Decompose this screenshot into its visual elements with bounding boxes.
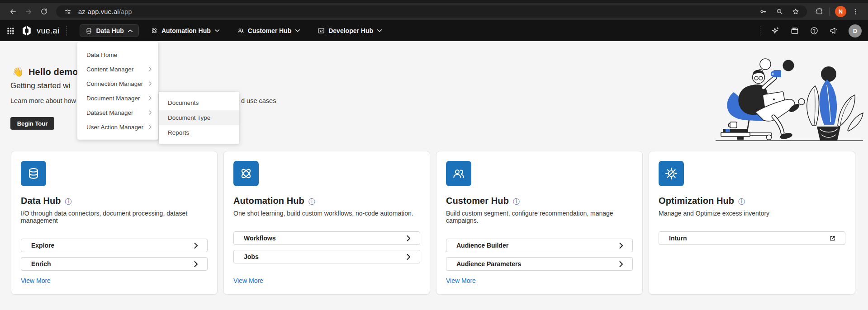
nav-menu-label: Data Hub: [96, 27, 123, 34]
menu-item-user-action-manager[interactable]: User Action Manager: [77, 120, 158, 134]
chevron-right-icon: [619, 243, 623, 249]
menu-item-label: User Action Manager: [86, 124, 143, 131]
hub-cards: Data Hub ⓘ I/O through data connectors, …: [0, 151, 868, 295]
menu-item-label: Data Home: [86, 52, 117, 58]
nav-menu-automation-hub[interactable]: Automation Hub: [145, 24, 225, 37]
menu-item-label: Document Manager: [86, 95, 140, 102]
action-label: Workflows: [244, 235, 276, 242]
action-label: Jobs: [244, 253, 259, 260]
chevron-right-icon: [149, 125, 152, 129]
atom-icon: [151, 27, 158, 34]
url-text: az-app.vue.ai/app: [78, 8, 132, 15]
chevron-up-icon: [128, 29, 133, 33]
card-description: Build custom segment, configure recommen…: [446, 210, 633, 224]
menu-item-label: Dataset Manager: [86, 109, 133, 116]
browser-menu-icon[interactable]: [852, 8, 859, 15]
nav-menu-data-hub[interactable]: Data Hub: [80, 24, 138, 37]
info-icon[interactable]: ⓘ: [513, 198, 520, 205]
view-more-link[interactable]: View More: [233, 277, 263, 284]
menu-item-label: Connection Manager: [86, 80, 143, 87]
people-icon: [446, 161, 471, 186]
zoom-out-icon[interactable]: [773, 6, 785, 18]
hero-illustration: [706, 44, 866, 148]
address-bar[interactable]: az-app.vue.ai/app: [56, 5, 807, 18]
browser-profile-avatar[interactable]: N: [835, 6, 846, 17]
menu-item-connection-manager[interactable]: Connection Manager: [77, 76, 158, 91]
view-more-link[interactable]: View More: [446, 277, 476, 284]
nav-divider: [66, 26, 67, 36]
card-optimization-hub: Optimization Hub ⓘ Manage and Optimize e…: [649, 151, 855, 295]
menu-item-label: Reports: [168, 129, 189, 136]
back-icon[interactable]: [6, 5, 20, 19]
chevron-right-icon: [407, 254, 411, 260]
document-manager-submenu: Documents Document Type Reports: [159, 92, 239, 144]
hero-subtitle: Getting started wi: [10, 81, 70, 90]
menu-item-dataset-manager[interactable]: Dataset Manager: [77, 105, 158, 120]
url-path: /app: [119, 8, 132, 15]
jobs-button[interactable]: Jobs: [233, 250, 420, 263]
ai-sparkle-icon[interactable]: [771, 26, 780, 35]
announcements-icon[interactable]: [829, 26, 838, 35]
extensions-icon[interactable]: [815, 7, 824, 16]
card-description: Manage and Optimize excess inventory: [659, 210, 845, 217]
info-icon[interactable]: ⓘ: [308, 198, 315, 205]
site-settings-icon[interactable]: [62, 6, 74, 18]
menu-item-label: Content Manager: [86, 66, 133, 73]
hero-greeting: Hello demo!: [28, 67, 81, 77]
database-icon: [21, 161, 46, 186]
begin-tour-button[interactable]: Begin Tour: [10, 117, 54, 130]
chevron-down-icon: [295, 29, 300, 33]
submenu-item-documents[interactable]: Documents: [159, 95, 239, 110]
enrich-button[interactable]: Enrich: [21, 257, 208, 271]
reload-icon[interactable]: [37, 5, 51, 19]
card-title: Automation Hub: [233, 196, 304, 206]
nav-menu-customer-hub[interactable]: Customer Hub: [232, 24, 306, 37]
submenu-item-reports[interactable]: Reports: [159, 125, 239, 140]
card-description: I/O through data connectors, document pr…: [21, 210, 208, 224]
bookmark-star-icon[interactable]: [790, 6, 802, 18]
action-label: Audience Builder: [456, 242, 508, 249]
chevron-right-icon: [149, 96, 152, 100]
external-link-icon: [829, 235, 836, 242]
card-title: Customer Hub: [446, 196, 509, 206]
vueai-logo-mark: [21, 25, 32, 36]
password-key-icon[interactable]: [757, 6, 769, 18]
card-automation-hub: Automation Hub ⓘ One shot learning, buil…: [223, 151, 430, 295]
menu-item-document-manager[interactable]: Document Manager: [77, 91, 158, 105]
info-icon[interactable]: ⓘ: [738, 198, 745, 205]
view-more-link[interactable]: View More: [21, 277, 51, 284]
data-hub-dropdown: Data Home Content Manager Connection Man…: [77, 42, 158, 140]
vueai-logo[interactable]: vue.ai: [21, 25, 59, 36]
nav-menu-label: Developer Hub: [328, 27, 373, 34]
menu-item-data-home[interactable]: Data Home: [77, 47, 158, 62]
audience-builder-button[interactable]: Audience Builder: [446, 239, 633, 252]
app-navbar: vue.ai Data Hub Automation Hub Customer …: [0, 20, 868, 41]
nav-menu-label: Automation Hub: [161, 27, 211, 34]
hero-body-text: Learn more about how: [10, 97, 76, 104]
whats-new-icon[interactable]: [790, 26, 799, 35]
menu-item-content-manager[interactable]: Content Manager: [77, 62, 158, 76]
nav-divider: [760, 26, 760, 36]
help-icon[interactable]: [810, 26, 819, 35]
code-window-icon: [318, 27, 325, 34]
audience-parameters-button[interactable]: Audience Parameters: [446, 257, 633, 271]
action-label: Explore: [31, 242, 54, 249]
nav-menu-developer-hub[interactable]: Developer Hub: [312, 24, 388, 37]
menu-item-label: Documents: [168, 99, 199, 106]
chevron-right-icon: [619, 261, 623, 267]
chevron-right-icon: [194, 243, 198, 249]
forward-icon[interactable]: [22, 5, 35, 19]
chevron-down-icon: [377, 29, 382, 33]
workflows-button[interactable]: Workflows: [233, 231, 420, 245]
chevron-right-icon: [149, 81, 152, 86]
inturn-button[interactable]: Inturn: [659, 231, 845, 245]
info-icon[interactable]: ⓘ: [65, 198, 72, 205]
database-icon: [85, 28, 92, 34]
explore-button[interactable]: Explore: [21, 239, 208, 252]
nav-menu-label: Customer Hub: [248, 27, 291, 34]
app-launcher-icon[interactable]: [6, 27, 15, 35]
card-description: One shot learning, build custom workflow…: [233, 210, 420, 217]
action-label: Inturn: [669, 235, 687, 242]
submenu-item-document-type[interactable]: Document Type: [159, 110, 239, 125]
user-avatar[interactable]: D: [849, 24, 862, 38]
